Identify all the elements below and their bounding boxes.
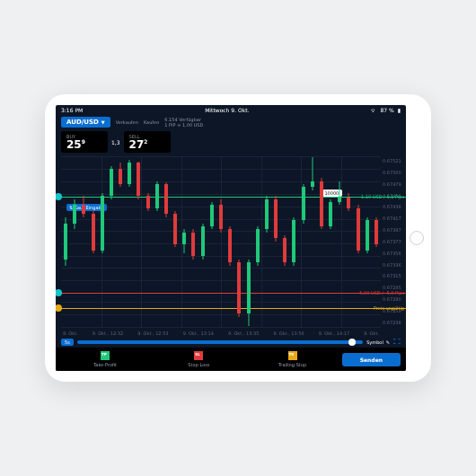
candle [311,156,314,327]
candle [320,156,323,327]
candle [338,156,341,327]
timeframe-button[interactable]: 5s [61,339,74,346]
candle [191,156,195,327]
pair-symbol: AUD/USD [66,119,99,126]
send-button[interactable]: Senden [342,353,401,366]
candle [119,156,122,327]
price-line-label: -5,00 USD / -5,0 Pips [357,289,407,296]
line-handle[interactable] [56,193,62,200]
candle [146,156,150,327]
home-button[interactable] [410,231,424,245]
wifi-icon: ᯤ [371,107,376,113]
line-handle[interactable] [56,289,62,296]
bid-price-box[interactable]: BUY 259 [61,131,108,153]
candle [265,156,269,327]
candle [210,156,214,327]
candle [274,156,278,327]
candle [219,156,223,327]
tablet-frame: 3:16 PM Mittwoch 9. Okt. ᯤ 87 % ▮ AUD/US… [45,94,431,382]
tab-sell[interactable]: Verkaufen [116,119,138,125]
expand-icon[interactable]: ⛶ [393,338,401,346]
action-tp[interactable]: TPTake-Profit [61,351,149,367]
spread-value: 1,3 [111,139,120,145]
candle [110,156,113,327]
candle [228,156,232,327]
candle [302,156,305,327]
candle [357,156,360,327]
candle [347,156,350,327]
app-screen: 3:16 PM Mittwoch 9. Okt. ᯤ 87 % ▮ AUD/US… [56,105,406,371]
chart-area[interactable]: 0.675210.675000.674790.674580.674380.674… [61,156,381,327]
pair-selector[interactable]: AUD/USD ▼ [61,117,110,128]
candle [201,156,205,327]
candle [182,156,186,327]
candle [64,156,67,327]
x-axis: 9. Okt.9. Okt., 12:329. Okt., 12:539. Ok… [56,329,406,336]
candle [375,156,378,327]
ask-price-box[interactable]: SELL 272 [124,131,171,153]
status-time: 3:16 PM [61,107,83,113]
battery-icon: ▮ [398,107,401,113]
candle [128,156,131,327]
pencil-icon: ✎ [386,339,390,345]
candle [137,156,140,327]
candle [256,156,260,327]
candle [366,156,369,327]
candle [164,156,168,327]
candle [173,156,177,327]
battery-pct: 87 % [380,107,393,113]
candle [155,156,159,327]
chevron-down-icon: ▼ [101,119,105,125]
bottom-bar: TPTake-ProfitSLStop-LossTSTrailing-StopS… [56,348,406,371]
action-ts[interactable]: TSTrailing-Stop [248,351,336,367]
candle [82,156,85,327]
action-sl[interactable]: SLStop-Loss [154,351,242,367]
y-axis: 0.675210.675000.674790.674580.674380.674… [383,156,406,327]
candle [237,156,241,327]
candle [73,156,76,327]
candle [283,156,286,327]
candle [92,156,95,327]
candle [247,156,251,327]
pip-value: 1 PIP = 1,00 USD [164,122,203,128]
candle [292,156,295,327]
status-bar: 3:16 PM Mittwoch 9. Okt. ᯤ 87 % ▮ [56,105,406,115]
time-scrubber[interactable] [77,340,363,344]
status-date: Mittwoch 9. Okt. [205,107,249,113]
candle [329,156,332,327]
candle [101,156,104,327]
line-handle[interactable] [56,304,62,312]
symbol-button[interactable]: Symbol ✎ [366,339,390,345]
tab-buy[interactable]: Kaufen [144,119,159,125]
